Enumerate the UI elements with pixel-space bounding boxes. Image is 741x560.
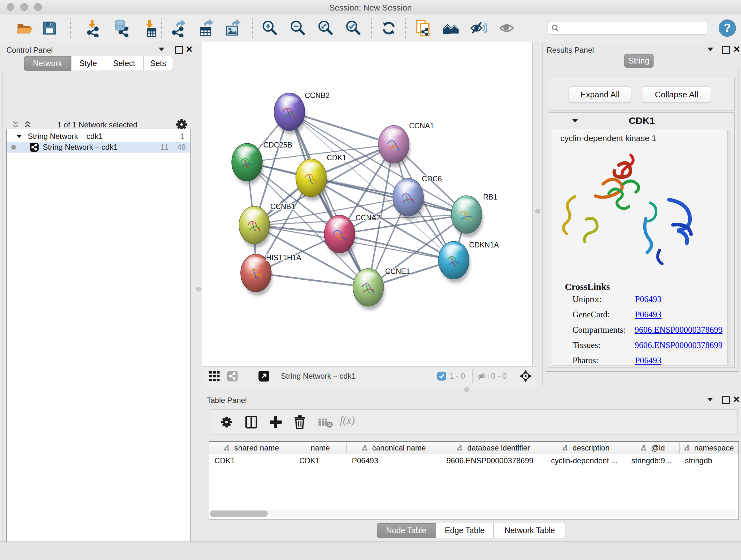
zoom-in-icon[interactable] <box>261 19 279 37</box>
crosslink-value-link[interactable]: P06493 <box>635 310 662 320</box>
zoom-selected-icon[interactable] <box>344 19 362 37</box>
column-header-name[interactable]: name <box>294 442 347 454</box>
panel-float-icon[interactable] <box>722 396 730 404</box>
horizontal-splitter[interactable] <box>195 386 741 393</box>
column-header-description[interactable]: description <box>546 442 626 454</box>
tab-network-table[interactable]: Network Table <box>494 523 566 538</box>
network-canvas[interactable]: CCNB2CCNA1CDC25BCDK1CDC6RB1CCNB1CCNA2CDK… <box>202 42 532 366</box>
tab-edge-table[interactable]: Edge Table <box>435 523 494 538</box>
zoom-out-icon[interactable] <box>289 19 307 37</box>
hide-eye-slash-icon[interactable] <box>469 19 487 37</box>
cell-namespace[interactable]: stringdb <box>680 454 738 467</box>
table-row[interactable]: CDK1CDK1P064939606.ENSP00000378699cyclin… <box>209 454 738 467</box>
expand-all-button[interactable]: Expand All <box>569 86 631 103</box>
tab-select[interactable]: Select <box>105 56 143 71</box>
export-table-icon[interactable] <box>197 19 215 37</box>
panel-close-icon[interactable]: ✕ <box>733 44 740 55</box>
splitter-handle[interactable] <box>464 387 469 392</box>
panel-menu-icon[interactable] <box>708 48 713 51</box>
delete-columns-icon[interactable] <box>293 415 306 429</box>
export-network-icon[interactable] <box>170 19 188 37</box>
table-hscrollbar-track[interactable] <box>210 510 738 517</box>
show-columns-icon[interactable] <box>245 415 258 429</box>
help-button[interactable]: ? <box>719 19 736 37</box>
panel-close-icon[interactable]: ✕ <box>185 44 193 55</box>
crosslink-value-link[interactable]: 9606.ENSP00000378699 <box>635 325 723 335</box>
panel-float-icon[interactable] <box>722 46 730 54</box>
clone-network-icon[interactable] <box>414 19 432 37</box>
column-header--id[interactable]: @id <box>626 442 680 454</box>
collapse-all-tree-icon[interactable] <box>11 120 20 129</box>
tab-network[interactable]: Network <box>24 56 71 71</box>
toolbar-search-field[interactable] <box>548 22 707 35</box>
network-edge-ccnb2-ccne1[interactable] <box>289 112 368 287</box>
search-input[interactable] <box>559 23 704 33</box>
export-image-icon[interactable] <box>224 19 242 37</box>
cell-canonical-name[interactable]: P06493 <box>347 454 441 467</box>
column-header-shared-name[interactable]: shared name <box>209 442 294 454</box>
selected-checkbox-icon[interactable] <box>437 372 446 381</box>
crosslinks-list: Uniprot:P06493GeneCard:P06493Compartment… <box>572 294 723 371</box>
gene-section-header[interactable]: CDK1 <box>549 113 734 129</box>
cell-database-identifier[interactable]: 9606.ENSP00000378699 <box>441 454 546 467</box>
control-panel-title: Control Panel <box>6 46 53 55</box>
collapse-section-icon[interactable] <box>572 119 578 123</box>
node-count: 11 <box>160 143 168 152</box>
panel-menu-icon[interactable] <box>707 398 713 401</box>
tab-style[interactable]: Style <box>71 56 105 71</box>
network-tree-selected-row[interactable]: String Network – cdk1 11 48 <box>7 142 190 152</box>
crosslink-value-link[interactable]: P06493 <box>635 356 662 366</box>
table-options-gear-icon[interactable] <box>220 416 232 428</box>
import-network-from-database-icon[interactable] <box>112 19 130 37</box>
network-edge-ccna2-cdkn1a[interactable] <box>340 234 454 260</box>
grid-view-icon[interactable] <box>209 371 220 381</box>
network-view-icon[interactable] <box>226 370 238 382</box>
results-scrollbar[interactable] <box>727 130 731 365</box>
expand-all-tree-icon[interactable] <box>23 120 32 129</box>
canvas-results-splitter[interactable] <box>532 42 543 386</box>
tree-expand-icon[interactable] <box>17 135 22 138</box>
window-title: Session: New Session <box>0 3 741 13</box>
tab-string[interactable]: String <box>624 54 654 68</box>
table-hscrollbar-thumb[interactable] <box>210 510 268 517</box>
network-tree-root-row[interactable]: String Network – cdk1 1 <box>7 131 190 142</box>
tab-node-table[interactable]: Node Table <box>377 523 435 538</box>
protein-structure-image[interactable] <box>556 145 728 276</box>
collapse-all-button[interactable]: Collapse All <box>642 86 711 103</box>
column-header-namespace[interactable]: namespace <box>680 442 738 454</box>
create-column-icon[interactable] <box>269 415 282 429</box>
birds-eye-view-icon[interactable] <box>519 369 532 383</box>
refresh-icon[interactable] <box>380 19 398 37</box>
panel-float-icon[interactable] <box>175 46 183 54</box>
panel-menu-icon[interactable] <box>158 48 164 51</box>
open-session-icon[interactable] <box>15 19 33 37</box>
import-network-from-file-icon[interactable] <box>84 19 102 37</box>
cell--id[interactable]: stringdb:9... <box>626 454 680 467</box>
network-node-cdk1[interactable]: CDK1 <box>296 153 346 197</box>
network-node-cdc25b[interactable]: CDC25B <box>232 141 292 181</box>
network-node-rb1[interactable]: RB1 <box>451 193 497 233</box>
home-networks-icon[interactable] <box>442 19 460 37</box>
control-canvas-splitter[interactable] <box>195 42 203 386</box>
tab-sets[interactable]: Sets <box>143 56 173 71</box>
zoom-fit-icon[interactable] <box>317 19 334 37</box>
cell-description[interactable]: cyclin-dependent ... <box>546 454 626 467</box>
column-header-canonical-name[interactable]: canonical name <box>347 442 441 454</box>
network-node-hist1h1a[interactable]: HIST1H1A <box>241 253 301 292</box>
panel-close-icon[interactable]: ✕ <box>733 394 740 405</box>
import-table-from-file-icon[interactable] <box>141 19 159 37</box>
splitter-handle[interactable] <box>196 287 201 292</box>
crosslink-value-link[interactable]: P06493 <box>635 294 662 304</box>
splitter-handle[interactable] <box>535 209 540 213</box>
cell-shared-name[interactable]: CDK1 <box>209 454 294 467</box>
delete-table-icon[interactable] <box>318 418 333 428</box>
network-node-cdkn1a[interactable]: CDKN1A <box>439 241 499 279</box>
show-eye-icon[interactable] <box>498 19 516 37</box>
detach-view-icon[interactable] <box>258 370 270 382</box>
column-header-database-identifier[interactable]: database identifier <box>441 442 546 454</box>
cell-name[interactable]: CDK1 <box>294 454 347 467</box>
function-builder-icon[interactable]: f(x) <box>340 414 355 426</box>
crosslink-value-link[interactable]: 9606.ENSP00000378699 <box>635 340 723 350</box>
network-edge-hist1h1a-ccne1[interactable] <box>256 273 368 287</box>
save-session-icon[interactable] <box>41 19 58 37</box>
